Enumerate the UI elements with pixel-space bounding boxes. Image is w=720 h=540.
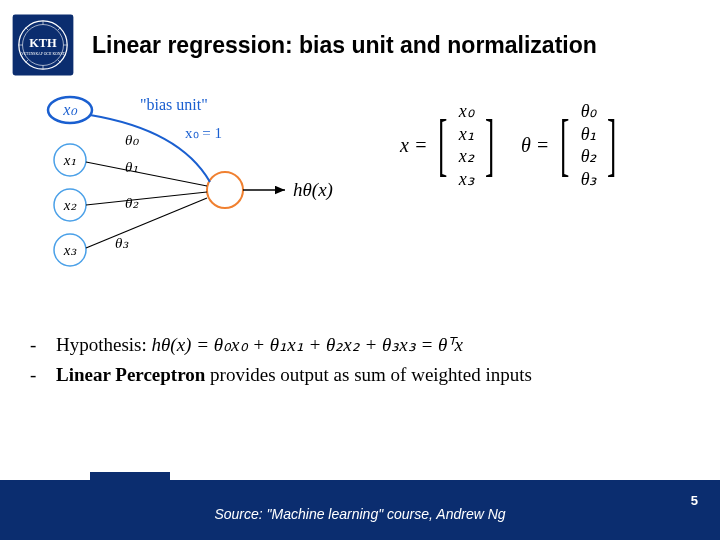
- svg-line-25: [86, 192, 207, 205]
- hypothesis-equation: hθ(x) = θ₀x₀ + θ₁x₁ + θ₂x₂ + θ₃x₃ = θᵀx: [152, 334, 463, 355]
- svg-text:"bias unit": "bias unit": [140, 96, 208, 113]
- slide-header: KTH VETENSKAP OCH KONST Linear regressio…: [0, 0, 720, 84]
- slide-title: Linear regression: bias unit and normali…: [92, 32, 597, 59]
- svg-text:θ₀: θ₀: [125, 132, 139, 148]
- slide-footer: Source: "Machine learning" course, Andre…: [0, 466, 720, 540]
- svg-text:x₁: x₁: [63, 152, 77, 168]
- kth-logo: KTH VETENSKAP OCH KONST: [12, 14, 74, 76]
- network-diagram: x₀ "bias unit" x₀ = 1 x₁ x₂ x₃ θ₀ θ₁ θ₂ …: [30, 90, 360, 290]
- svg-line-26: [86, 198, 207, 248]
- svg-text:x₂: x₂: [63, 197, 78, 213]
- hypothesis-bullet: - Hypothesis: hθ(x) = θ₀x₀ + θ₁x₁ + θ₂x₂…: [30, 330, 532, 360]
- svg-text:θ₃: θ₃: [115, 235, 129, 251]
- source-citation: Source: "Machine learning" course, Andre…: [0, 506, 720, 522]
- svg-text:KTH: KTH: [29, 36, 57, 50]
- svg-text:x₀ = 1: x₀ = 1: [185, 125, 222, 141]
- theta-vector: θ = [ θ₀ θ₁ θ₂ θ₃ ]: [521, 100, 624, 190]
- page-number: 5: [691, 493, 698, 508]
- x-vector: x = [ x₀ x₁ x₂ x₃ ]: [400, 100, 501, 190]
- perceptron-bullet: - Linear Perceptron provides output as s…: [30, 360, 532, 390]
- svg-text:x₀: x₀: [62, 101, 78, 118]
- svg-text:VETENSKAP OCH KONST: VETENSKAP OCH KONST: [21, 52, 65, 56]
- vector-definitions: x = [ x₀ x₁ x₂ x₃ ] θ = [ θ₀ θ₁ θ₂ θ₃ ]: [400, 100, 680, 190]
- svg-text:θ₂: θ₂: [125, 195, 139, 211]
- bullet-list: - Hypothesis: hθ(x) = θ₀x₀ + θ₁x₁ + θ₂x₂…: [30, 330, 532, 391]
- svg-text:θ₁: θ₁: [125, 159, 138, 175]
- svg-text:x₃: x₃: [63, 242, 78, 258]
- svg-text:hθ(x): hθ(x): [293, 179, 333, 201]
- svg-point-23: [207, 172, 243, 208]
- svg-line-24: [86, 162, 207, 186]
